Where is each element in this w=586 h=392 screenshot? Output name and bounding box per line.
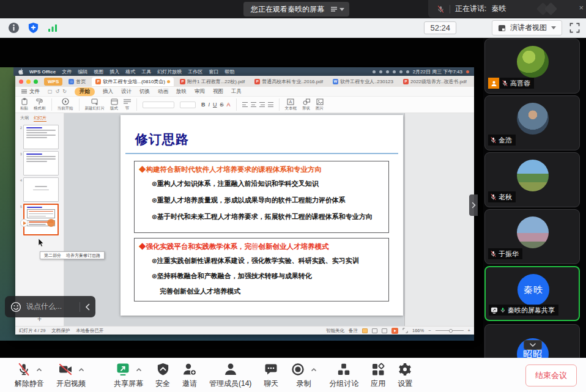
shapes-button[interactable]: 形状 xyxy=(302,98,310,111)
thumbnail-menu-button[interactable] xyxy=(47,219,55,227)
ribbon-tab-design[interactable]: 设计 xyxy=(121,88,132,95)
mic-options-chevron[interactable] xyxy=(36,368,42,372)
ribbon-tab-slideshow[interactable]: 放映 xyxy=(176,88,187,95)
tab-document[interactable]: P2022级培养方..改造书.pdf xyxy=(399,77,470,86)
normal-view-icon[interactable] xyxy=(362,328,368,333)
sidebar-collapse-handle[interactable] xyxy=(469,194,478,216)
menubar-item-format[interactable]: 格式 xyxy=(125,68,135,75)
slideshow-play-button[interactable] xyxy=(391,328,398,334)
menubar-item-insert[interactable]: 插入 xyxy=(109,68,119,75)
section-button[interactable]: 节 xyxy=(124,98,131,111)
menubar-item-edit[interactable]: 编辑 xyxy=(78,68,87,75)
paste-button[interactable]: 粘贴 xyxy=(20,98,28,111)
menubar-item-slideshow[interactable]: 幻灯片放映 xyxy=(157,68,182,75)
font-size-select[interactable] xyxy=(180,102,196,108)
chat-quick-input[interactable]: 说点什么... xyxy=(5,296,95,317)
textbox-button[interactable]: A 文本框 xyxy=(285,98,297,111)
layout-button[interactable]: 版式 xyxy=(110,98,118,111)
emoji-icon[interactable] xyxy=(10,301,21,312)
security-button[interactable]: 安全 xyxy=(155,361,170,389)
menubar-item-workspace[interactable]: 工作区 xyxy=(188,68,202,75)
font-style-buttons[interactable]: BIUSA xyxy=(201,102,231,108)
zoom-out-button[interactable]: − xyxy=(428,328,431,333)
security-shield-icon[interactable] xyxy=(28,22,39,34)
zoom-slider[interactable] xyxy=(436,330,464,331)
new-tab-button[interactable]: + xyxy=(473,78,474,85)
play-from-current-button[interactable]: 当前开始 xyxy=(57,98,73,111)
share-options-chevron[interactable] xyxy=(136,368,142,372)
font-name-select[interactable] xyxy=(143,102,174,108)
record-options-chevron[interactable] xyxy=(311,368,317,372)
collapse-videos-button[interactable] xyxy=(524,340,542,350)
slide-thumbnail-hovered[interactable] xyxy=(23,177,59,202)
slide-thumbnail[interactable] xyxy=(23,151,59,176)
end-meeting-button[interactable]: 结束会议 xyxy=(525,364,577,386)
tab-wps[interactable]: WPS xyxy=(44,78,62,86)
watching-screen-pill[interactable]: 您正在观看秦昳的屏幕 xyxy=(243,2,349,17)
chat-input-placeholder[interactable]: 说点什么... xyxy=(26,301,75,312)
ribbon-tab-home[interactable]: 开始 xyxy=(75,87,95,96)
close-icon[interactable]: × xyxy=(579,4,584,12)
manage-members-button[interactable]: 管理成员(14) xyxy=(209,361,251,389)
participant-tile[interactable]: 金浩 xyxy=(484,95,580,150)
video-options-chevron[interactable] xyxy=(78,368,84,372)
quick-access-icons[interactable]: ▢↺↻ xyxy=(48,89,67,94)
chat-button[interactable]: 聊天 xyxy=(264,361,278,389)
thumbnail-play-button[interactable] xyxy=(20,219,28,227)
new-slide-button[interactable]: 新建幻灯片 xyxy=(85,98,105,111)
collapse-chat-icon[interactable] xyxy=(85,303,90,311)
ribbon-tab-transition[interactable]: 切换 xyxy=(139,88,150,95)
apps-button[interactable]: 应用 xyxy=(371,361,385,389)
share-screen-button[interactable]: 共享屏幕 xyxy=(114,361,143,389)
tab-document[interactable]: W软件工程专业人..230123 xyxy=(329,77,397,86)
menubar-item-window[interactable]: 窗口 xyxy=(209,68,218,75)
participant-tile[interactable]: 高晋蓉 xyxy=(484,39,580,94)
notes-button[interactable]: 备注 xyxy=(349,328,358,334)
tab-document[interactable]: P普通高校本科专业..2016.pdf xyxy=(251,77,327,86)
menubar-item-file[interactable]: 文件 xyxy=(62,68,72,75)
outline-tab[interactable]: 大纲 xyxy=(20,115,29,122)
network-signal-icon[interactable] xyxy=(47,23,58,33)
ribbon-tab-animation[interactable]: 动画 xyxy=(158,88,168,95)
slides-tab[interactable]: 幻灯片 xyxy=(34,115,46,122)
settings-button[interactable]: 设置 xyxy=(398,361,412,389)
zoom-in-button[interactable]: + xyxy=(468,328,470,333)
participant-tile[interactable]: 老秋 xyxy=(484,152,580,207)
current-slide[interactable]: 修订思路 ◆构建符合新时代软件人才培养要求的课程体系和专业方向 ⊙重构人才知识体… xyxy=(121,115,403,316)
start-video-button[interactable]: 开启视频 xyxy=(56,361,86,389)
window-traffic-lights[interactable] xyxy=(19,80,38,84)
menubar-item-view[interactable]: 视图 xyxy=(94,68,103,75)
meeting-info-icon[interactable] xyxy=(8,22,20,34)
ribbon-tab-review[interactable]: 审阅 xyxy=(195,88,205,95)
view-mode-button[interactable]: 演讲者视图 xyxy=(492,20,562,35)
record-button[interactable]: 录制 xyxy=(291,361,317,389)
paragraph-align-buttons[interactable] xyxy=(242,102,273,107)
local-backup-status[interactable]: 本地备份已开 xyxy=(76,328,103,334)
unmute-button[interactable]: 解除静音 xyxy=(15,361,44,389)
screen-menu-icon[interactable] xyxy=(330,6,344,12)
fit-slide-icon[interactable] xyxy=(402,328,408,333)
participant-tile[interactable]: 于振华 xyxy=(484,209,580,264)
participant-tile-active-sharer[interactable]: 秦昳 秦昳的屏幕共享 xyxy=(484,266,580,321)
ribbon-tab-insert[interactable]: 插入 xyxy=(103,88,113,95)
reading-view-icon[interactable] xyxy=(382,328,387,333)
menubar-item-app[interactable]: WPS Office xyxy=(29,69,56,75)
format-painter-button[interactable]: 格式刷 xyxy=(34,98,46,111)
fullscreen-icon[interactable] xyxy=(569,23,580,33)
ribbon-tab-view[interactable]: 视图 xyxy=(213,88,223,95)
tab-home[interactable]: ⌂首页 xyxy=(65,77,89,86)
ribbon-tab-tools[interactable]: 工具 xyxy=(231,88,242,95)
slide-thumbnail[interactable] xyxy=(23,125,59,149)
sorter-view-icon[interactable] xyxy=(372,328,377,333)
smart-beautify-button[interactable]: 智能美化 xyxy=(326,328,344,334)
menubar-item-tools[interactable]: 工具 xyxy=(141,68,151,75)
tab-document-active[interactable]: P软件工程专业培...(0810类合) xyxy=(92,77,174,86)
file-menu-button[interactable]: 文件 xyxy=(21,88,40,95)
document-protection[interactable]: 文档保护 xyxy=(51,328,70,334)
apple-menu-icon[interactable] xyxy=(18,68,23,75)
zoom-percentage[interactable]: 166% xyxy=(412,328,424,333)
invite-button[interactable]: 邀请 xyxy=(182,361,197,389)
menubar-item-help[interactable]: 帮助 xyxy=(224,68,234,75)
picture-button[interactable]: 图片 xyxy=(316,98,324,111)
breakout-rooms-button[interactable]: 分组讨论 xyxy=(329,361,358,389)
